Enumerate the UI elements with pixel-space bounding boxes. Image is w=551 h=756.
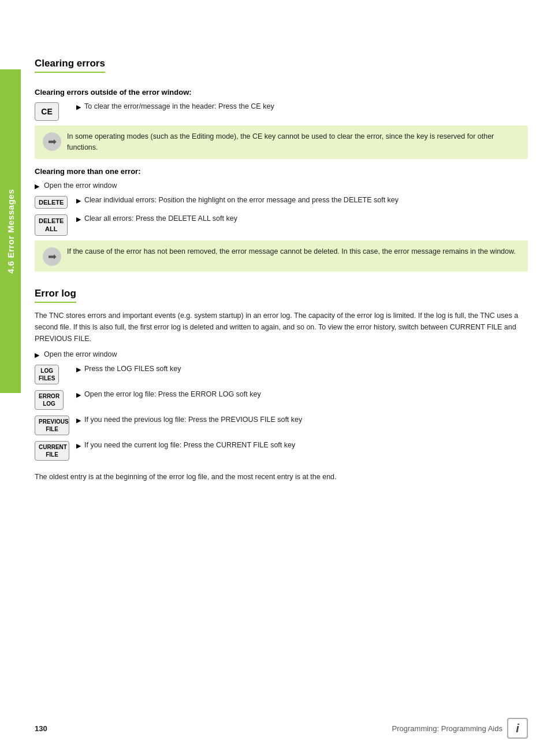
delete-all-key-button[interactable]: DELETE ALL — [35, 214, 68, 236]
current-file-description: If you need the current log file: Press … — [84, 440, 295, 451]
delete-key-description: Clear individual errors: Position the hi… — [84, 195, 399, 206]
current-file-key-col: CURRENT FILE — [35, 440, 69, 461]
error-log-key-row: ERROR LOG ▶ Open the error log file: Pre… — [35, 389, 528, 410]
current-file-key-button[interactable]: CURRENT FILE — [35, 441, 69, 461]
footer-title-text: Programming: Programming Aids — [392, 724, 502, 733]
footer-para: The oldest entry is at the beginning of … — [35, 471, 528, 483]
delete-all-key-col: DELETE ALL — [35, 213, 69, 236]
ce-arrow: ▶ — [76, 102, 81, 112]
error-log-key-text: ▶ Open the error log file: Press the ERR… — [76, 389, 528, 400]
clearing-errors-section: Clearing errors Clearing errors outside … — [35, 58, 528, 272]
note-icon-2: ➡ — [43, 247, 61, 266]
note-icon-1: ➡ — [43, 132, 61, 151]
previous-file-description: If you need the previous log file: Press… — [84, 414, 302, 425]
log-files-key-button[interactable]: LOG FILES — [35, 365, 59, 384]
ce-key-text: ▶ To clear the error/message in the head… — [76, 101, 528, 112]
delete-arrow: ▶ — [76, 196, 81, 206]
note-text-1: In some operating modes (such as the Edi… — [67, 131, 520, 153]
page-footer: 130 Programming: Programming Aids i — [35, 718, 528, 739]
log-files-key-row: LOG FILES ▶ Press the LOG FILES soft key — [35, 364, 528, 384]
main-content: Clearing errors Clearing errors outside … — [35, 0, 528, 523]
delete-key-col: DELETE — [35, 195, 69, 209]
log-files-key-text: ▶ Press the LOG FILES soft key — [76, 364, 528, 375]
error-log-key-col: ERROR LOG — [35, 389, 69, 410]
open-error-arrow-2: ▶ — [35, 351, 39, 359]
delete-key-button[interactable]: DELETE — [35, 196, 68, 209]
open-error-text-1: Open the error window — [44, 181, 117, 190]
open-error-text-2: Open the error window — [44, 350, 117, 358]
open-error-line-2: ▶ Open the error window — [35, 350, 528, 359]
previous-file-arrow: ▶ — [76, 416, 81, 425]
side-tab: 4.6 Error Messages — [0, 69, 21, 393]
previous-file-key-row: PREVIOUS FILE ▶ If you need the previous… — [35, 414, 528, 435]
footer-icon: i — [516, 722, 519, 735]
side-tab-label: 4.6 Error Messages — [6, 189, 16, 274]
open-error-line-1: ▶ Open the error window — [35, 181, 528, 190]
clearing-outside-title: Clearing errors outside of the error win… — [35, 88, 528, 97]
current-file-arrow: ▶ — [76, 441, 81, 451]
ce-key-row: CE ▶ To clear the error/message in the h… — [35, 101, 528, 121]
clearing-more-title: Clearing more than one error: — [35, 167, 528, 176]
note-box-1: ➡ In some operating modes (such as the E… — [35, 125, 528, 159]
page-number: 130 — [35, 724, 47, 733]
error-log-title: Error log — [35, 288, 76, 303]
previous-file-key-col: PREVIOUS FILE — [35, 414, 69, 435]
footer-icon-box: i — [507, 718, 528, 739]
clearing-errors-title: Clearing errors — [35, 58, 105, 73]
error-log-body: The TNC stores errors and important even… — [35, 310, 528, 344]
footer-title-area: Programming: Programming Aids i — [392, 718, 528, 739]
error-log-key-button[interactable]: ERROR LOG — [35, 390, 64, 410]
log-files-arrow: ▶ — [76, 365, 81, 375]
error-log-arrow: ▶ — [76, 390, 81, 400]
note-box-2: ➡ If the cause of the error has not been… — [35, 240, 528, 272]
delete-all-arrow: ▶ — [76, 214, 81, 224]
error-log-description: Open the error log file: Press the ERROR… — [84, 389, 261, 400]
previous-file-key-text: ▶ If you need the previous log file: Pre… — [76, 414, 528, 425]
error-log-section: Error log The TNC stores errors and impo… — [35, 288, 528, 483]
delete-key-text: ▶ Clear individual errors: Position the … — [76, 195, 528, 206]
current-file-key-row: CURRENT FILE ▶ If you need the current l… — [35, 440, 528, 461]
previous-file-key-button[interactable]: PREVIOUS FILE — [35, 416, 69, 435]
ce-key-button[interactable]: CE — [35, 102, 59, 121]
note-text-2: If the cause of the error has not been r… — [67, 246, 520, 257]
delete-all-key-row: DELETE ALL ▶ Clear all errors: Press the… — [35, 213, 528, 236]
ce-key-description: To clear the error/message in the header… — [84, 101, 274, 112]
log-files-description: Press the LOG FILES soft key — [84, 364, 181, 375]
open-error-arrow-1: ▶ — [35, 183, 39, 190]
ce-key-col: CE — [35, 101, 69, 121]
current-file-key-text: ▶ If you need the current log file: Pres… — [76, 440, 528, 451]
delete-all-key-description: Clear all errors: Press the DELETE ALL s… — [84, 213, 237, 224]
log-files-key-col: LOG FILES — [35, 364, 69, 384]
delete-all-key-text: ▶ Clear all errors: Press the DELETE ALL… — [76, 213, 528, 224]
delete-key-row: DELETE ▶ Clear individual errors: Positi… — [35, 195, 528, 209]
